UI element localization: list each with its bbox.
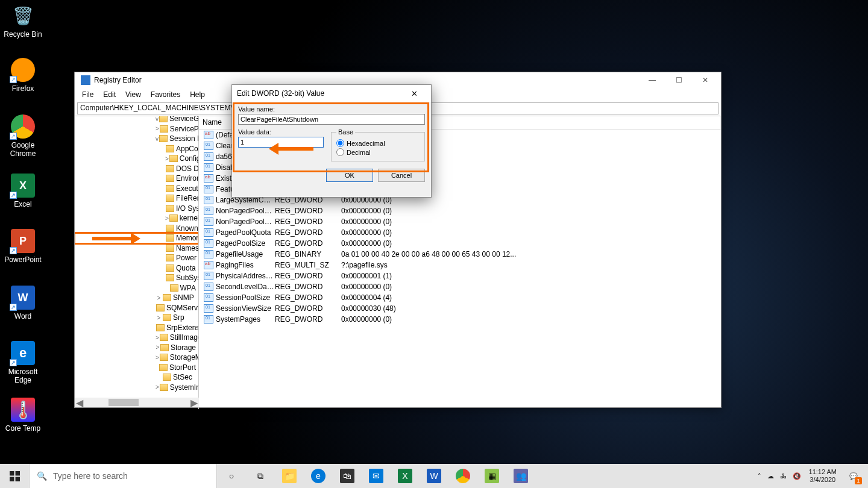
tree-node[interactable]: StorPort — [75, 363, 198, 373]
tree-node[interactable]: vSession Manag — [75, 134, 198, 144]
tray-onedrive-icon[interactable]: ☁ — [764, 472, 777, 480]
dialog-close-button[interactable]: ✕ — [402, 89, 426, 98]
tree-node[interactable]: Memory Ma — [75, 233, 198, 243]
tree-node[interactable]: >kernel — [75, 213, 198, 224]
value-icon — [204, 131, 213, 139]
tree-node[interactable]: WPA — [75, 283, 198, 293]
tree-scrollbar[interactable]: ◀▶ — [75, 398, 199, 407]
expand-icon[interactable]: v — [156, 136, 159, 142]
desktop-icon-excel[interactable]: X↗Excel — [0, 174, 46, 208]
tree-node[interactable]: StSec — [75, 372, 198, 383]
expand-icon[interactable]: > — [165, 215, 169, 222]
tree-node[interactable]: >Storage — [75, 343, 198, 353]
tree-node[interactable]: >ServiceProvide — [75, 124, 198, 134]
tree-node[interactable]: Executive — [75, 184, 198, 194]
expand-icon[interactable]: v — [156, 116, 159, 122]
radio-dec[interactable] — [336, 148, 344, 156]
desktop-icon-firefox[interactable]: ↗Firefox — [0, 58, 46, 93]
mail-icon[interactable]: ✉ — [362, 464, 391, 488]
tree-node[interactable]: Environmen — [75, 174, 198, 184]
registry-value-row[interactable]: PagingFilesREG_MULTI_SZ?:\pagefile.sys — [199, 260, 721, 271]
expand-icon[interactable]: > — [156, 125, 159, 132]
teams-taskbar-icon[interactable]: 👥 — [506, 464, 535, 488]
tree-node[interactable]: FileRename — [75, 193, 198, 204]
desktop-icon-powerpoint[interactable]: P↗PowerPoint — [0, 229, 46, 264]
desktop-icon-chrome[interactable]: ↗Google Chrome — [0, 114, 46, 158]
value-data-input[interactable] — [238, 137, 324, 148]
tray-network-icon[interactable]: 🖧 — [777, 472, 790, 480]
tree-node[interactable]: I/O System — [75, 204, 198, 214]
expand-icon[interactable]: > — [156, 314, 162, 321]
expand-icon[interactable]: > — [156, 344, 160, 351]
registry-value-row[interactable]: SecondLevelDat...REG_DWORD0x00000000 (0) — [199, 281, 721, 292]
expand-icon[interactable]: > — [156, 354, 159, 361]
excel-taskbar-icon[interactable]: X — [391, 464, 420, 488]
registry-value-row[interactable]: PagedPoolQuotaREG_DWORD0x00000000 (0) — [199, 227, 721, 238]
menu-favorites[interactable]: Favorites — [147, 89, 184, 100]
tree-node[interactable]: >Srp — [75, 313, 198, 323]
tree-node[interactable]: Power — [75, 253, 198, 263]
tree-node[interactable]: Namespace — [75, 243, 198, 254]
menu-help[interactable]: Help — [186, 89, 209, 100]
word-taskbar-icon[interactable]: W — [420, 464, 448, 488]
tray-volume-icon[interactable]: 🔇 — [790, 472, 804, 480]
tree-node[interactable]: vServiceGroupO — [75, 116, 198, 124]
tree-node[interactable]: SubSystems — [75, 273, 198, 283]
folder-icon — [163, 314, 171, 321]
tree-node[interactable]: >SystemInforma — [75, 383, 198, 393]
tree-node[interactable]: DOS Device — [75, 164, 198, 174]
regedit-taskbar-icon[interactable]: ▦ — [477, 464, 506, 488]
cancel-button[interactable]: Cancel — [378, 169, 425, 182]
search-box[interactable]: 🔍 Type here to search — [29, 464, 217, 488]
menu-view[interactable]: View — [122, 89, 145, 100]
expand-icon[interactable]: > — [156, 384, 159, 390]
tree-node[interactable]: >Configurati — [75, 154, 198, 164]
expand-icon[interactable]: > — [156, 334, 159, 341]
tree-node[interactable]: >StillImage — [75, 333, 198, 343]
expand-icon[interactable]: > — [165, 155, 169, 162]
edge-taskbar-icon[interactable]: e — [304, 464, 333, 488]
registry-value-row[interactable]: NonPagedPoolSi...REG_DWORD0x00000000 (0) — [199, 216, 721, 227]
action-center-icon[interactable]: 💬 1 — [841, 464, 866, 488]
folder-icon — [156, 304, 165, 311]
menu-file[interactable]: File — [78, 89, 97, 100]
store-icon[interactable]: 🛍 — [333, 464, 362, 488]
close-button[interactable]: ✕ — [692, 72, 719, 88]
registry-value-row[interactable]: PagedPoolSizeREG_DWORD0x00000000 (0) — [199, 238, 721, 249]
radio-hex[interactable] — [336, 139, 344, 147]
dialog-titlebar[interactable]: Edit DWORD (32-bit) Value ✕ — [232, 85, 431, 102]
tray-chevron-icon[interactable]: ˄ — [755, 472, 764, 480]
tree-node[interactable]: SrpExtensionCo — [75, 323, 198, 333]
registry-value-row[interactable]: NonPagedPoolQ...REG_DWORD0x00000000 (0) — [199, 205, 721, 216]
tree-node[interactable]: >SNMP — [75, 293, 198, 303]
folder-icon — [163, 294, 171, 301]
cortana-icon[interactable]: ○ — [217, 464, 246, 488]
folder-icon — [159, 364, 168, 371]
expand-icon[interactable]: > — [156, 295, 162, 301]
tree-node[interactable]: SQMServiceLis — [75, 303, 198, 313]
value-name-input[interactable] — [238, 114, 425, 125]
tree-node[interactable]: Quota Syste — [75, 263, 198, 274]
tree-node[interactable]: KnownDLLs — [75, 224, 198, 234]
tree-pane[interactable]: vServiceGroupO>ServiceProvidevSession Ma… — [75, 116, 199, 409]
task-view-icon[interactable]: ⧉ — [246, 464, 275, 488]
registry-value-row[interactable]: SessionViewSizeREG_DWORD0x00000030 (48) — [199, 303, 721, 314]
maximize-button[interactable]: ☐ — [665, 72, 692, 88]
desktop-icon-coretemp[interactable]: 🌡️Core Temp — [0, 398, 46, 433]
file-explorer-icon[interactable]: 📁 — [275, 464, 304, 488]
minimize-button[interactable]: — — [639, 72, 665, 88]
ok-button[interactable]: OK — [326, 169, 373, 182]
start-button[interactable] — [0, 464, 29, 488]
registry-value-row[interactable]: SessionPoolSizeREG_DWORD0x00000004 (4) — [199, 292, 721, 303]
tree-node[interactable]: >StorageManag — [75, 352, 198, 363]
desktop-icon-edge[interactable]: e↗Microsoft Edge — [0, 341, 46, 384]
menu-edit[interactable]: Edit — [99, 89, 119, 100]
desktop-icon-word[interactable]: W↗Word — [0, 286, 46, 321]
clock[interactable]: 11:12 AM 3/4/2020 — [804, 468, 841, 484]
registry-value-row[interactable]: PagefileUsageREG_BINARY0a 01 00 00 40 2e… — [199, 249, 721, 260]
registry-value-row[interactable]: PhysicalAddressE...REG_DWORD0x00000001 (… — [199, 271, 721, 281]
chrome-taskbar-icon[interactable] — [448, 464, 477, 488]
desktop-icon-recycle-bin[interactable]: 🗑️Recycle Bin — [0, 4, 46, 39]
tree-node[interactable]: AppCompa — [75, 144, 198, 154]
registry-value-row[interactable]: SystemPagesREG_DWORD0x00000000 (0) — [199, 314, 721, 325]
